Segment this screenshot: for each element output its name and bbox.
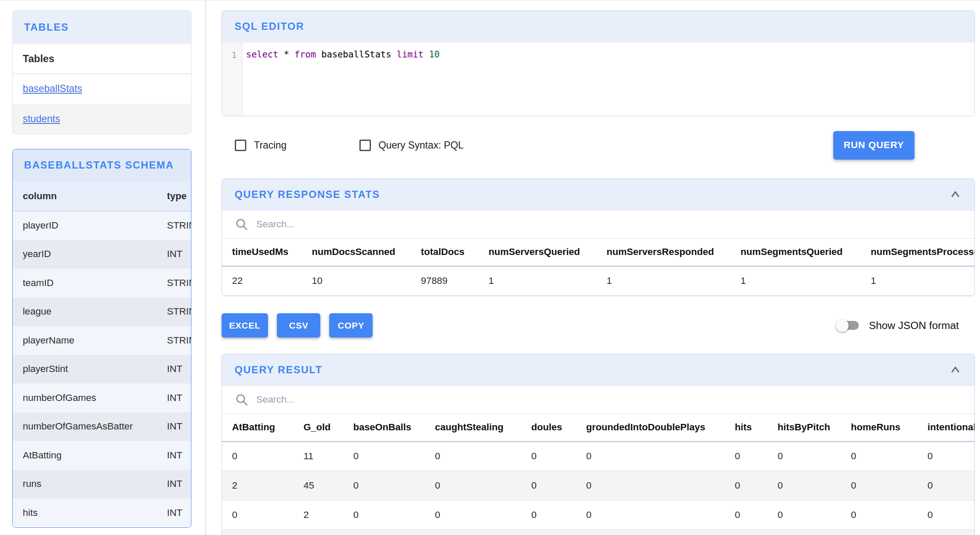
result-search-row: [222, 386, 975, 414]
table-row: [222, 529, 975, 535]
sql-token: from: [294, 49, 316, 60]
result-panel-title: QUERY RESULT: [235, 364, 323, 376]
schema-panel: BASEBALLSTATS SCHEMA column type playerI…: [12, 149, 192, 528]
column-header[interactable]: hitsByPitch: [767, 414, 841, 442]
stats-table: timeUsedMsnumDocsScannedtotalDocsnumServ…: [222, 239, 975, 296]
show-json-label: Show JSON format: [869, 320, 959, 332]
excel-button[interactable]: EXCEL: [222, 313, 268, 338]
schema-header-type[interactable]: type: [157, 181, 191, 212]
column-header[interactable]: timeUsedMs: [222, 239, 302, 266]
schema-row: leagueSTRING: [13, 298, 191, 326]
sql-code-line[interactable]: select * from baseballStats limit 10: [242, 43, 440, 116]
schema-row: hitsINT: [13, 498, 191, 527]
query-result-panel: QUERY RESULT AtBattingG_oldbaseOnBallsca…: [222, 354, 975, 535]
query-console: TABLES Tables baseballStats students BAS…: [0, 0, 980, 535]
sql-token: limit: [397, 49, 424, 60]
stats-panel-title: QUERY RESPONSE STATS: [235, 189, 380, 200]
sql-token: 10: [424, 49, 440, 60]
schema-row: yearIDINT: [13, 240, 191, 269]
sidebar-table-students[interactable]: students: [13, 104, 191, 134]
schema-header-column[interactable]: column: [13, 181, 157, 212]
tables-panel: TABLES Tables baseballStats students: [12, 10, 192, 134]
column-header[interactable]: totalDocs: [411, 239, 479, 266]
query-response-stats-panel: QUERY RESPONSE STATS timeUsedMsnumDocsSc…: [222, 178, 975, 296]
tables-column-header: Tables: [13, 44, 191, 74]
column-header[interactable]: numServersResponded: [596, 239, 730, 266]
sql-editor-title: SQL EDITOR: [222, 11, 975, 43]
schema-row: AtBattingINT: [13, 441, 191, 470]
result-table: AtBattingG_oldbaseOnBallscaughtStealingd…: [222, 414, 975, 535]
copy-button[interactable]: COPY: [329, 313, 373, 338]
column-header[interactable]: doules: [521, 414, 576, 442]
table-link[interactable]: students: [23, 113, 60, 125]
line-number: 1: [222, 43, 242, 116]
schema-row: playerIDSTRING: [13, 211, 191, 240]
schema-panel-title: BASEBALLSTATS SCHEMA: [13, 149, 191, 181]
run-query-button[interactable]: RUN QUERY: [833, 131, 914, 160]
table-row: 0200000000: [222, 500, 975, 529]
sql-token: baseballStats: [316, 49, 397, 60]
sql-editor-panel: SQL EDITOR 1 select * from baseballStats…: [222, 10, 975, 117]
tracing-checkbox[interactable]: [235, 140, 246, 151]
sidebar: TABLES Tables baseballStats students BAS…: [0, 0, 206, 535]
collapse-chevron-icon[interactable]: [949, 188, 962, 201]
column-header[interactable]: numServersQueried: [479, 239, 597, 266]
column-header[interactable]: intentionalWalks: [917, 414, 975, 442]
schema-row: numberOfGamesINT: [13, 383, 191, 412]
column-header[interactable]: G_old: [293, 414, 343, 442]
pql-syntax-checkbox[interactable]: [359, 140, 371, 151]
main-area: SQL EDITOR 1 select * from baseballStats…: [206, 0, 980, 535]
column-header[interactable]: caughtStealing: [425, 414, 521, 442]
column-header[interactable]: groundedIntoDoublePlays: [576, 414, 725, 442]
sidebar-table-baseballStats[interactable]: baseballStats: [13, 74, 191, 104]
schema-row: playerNameSTRING: [13, 326, 191, 355]
column-header[interactable]: hits: [725, 414, 768, 442]
table-row: 24500000000: [222, 471, 975, 500]
toggle-knob: [836, 319, 849, 332]
stats-search-row: [222, 211, 975, 239]
csv-button[interactable]: CSV: [277, 313, 320, 338]
table-row: 2210978891111: [222, 266, 975, 295]
collapse-chevron-icon[interactable]: [949, 363, 962, 376]
tables-panel-title: TABLES: [13, 11, 191, 44]
column-header[interactable]: numSegmentsQueried: [730, 239, 860, 266]
schema-row: runsINT: [13, 470, 191, 499]
column-header[interactable]: numDocsScanned: [302, 239, 411, 266]
sql-token: *: [278, 49, 294, 60]
column-header[interactable]: homeRuns: [841, 414, 917, 442]
schema-row: teamIDSTRING: [13, 269, 191, 298]
export-row: EXCEL CSV COPY Show JSON format: [222, 313, 975, 338]
column-header[interactable]: numSegmentsProcessed: [860, 239, 974, 266]
schema-row: numberOfGamesAsBatterINT: [13, 412, 191, 441]
pql-syntax-label: Query Syntax: PQL: [379, 140, 464, 151]
result-search-input[interactable]: [256, 394, 448, 405]
sql-token: select: [246, 49, 279, 60]
schema-table: column type playerIDSTRINGyearIDINTteamI…: [13, 181, 191, 527]
query-controls: Tracing Query Syntax: PQL RUN QUERY: [222, 131, 975, 160]
table-link[interactable]: baseballStats: [23, 83, 83, 94]
search-icon: [235, 393, 249, 407]
tracing-label: Tracing: [254, 140, 287, 151]
sql-code-editor[interactable]: 1 select * from baseballStats limit 10: [222, 43, 975, 116]
search-icon: [235, 217, 249, 232]
column-header[interactable]: baseOnBalls: [343, 414, 425, 442]
show-json-toggle[interactable]: [836, 318, 860, 332]
column-header[interactable]: AtBatting: [222, 414, 293, 442]
table-row: 01100000000: [222, 441, 975, 471]
schema-row: playerStintINT: [13, 355, 191, 384]
stats-search-input[interactable]: [256, 219, 448, 230]
